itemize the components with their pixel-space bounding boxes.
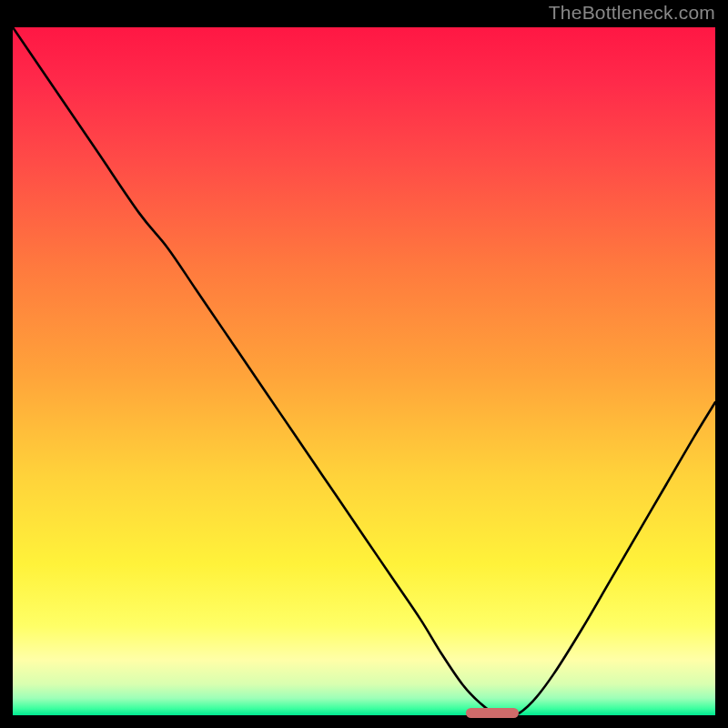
chart-container: TheBottleneck.com <box>0 0 728 728</box>
optimal-marker <box>466 708 519 718</box>
bottleneck-curve <box>13 27 715 715</box>
watermark-text: TheBottleneck.com <box>549 2 715 24</box>
plot-area <box>13 27 715 715</box>
